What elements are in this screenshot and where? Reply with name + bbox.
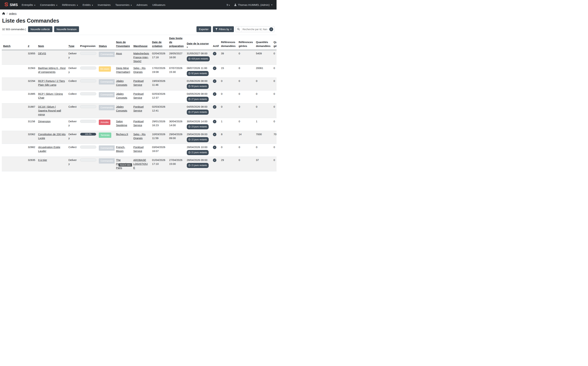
cell-deadline: 07/07/2026 15:30 <box>168 65 185 78</box>
days-remaining-badge: 27 jours restants <box>187 110 209 115</box>
column-header-active: Actif <box>211 35 220 50</box>
clock-icon <box>188 164 190 166</box>
nav-item-rfrences[interactable]: Références ▾ <box>62 3 78 6</box>
warehouse-link[interactable]: Ponktuel Service <box>133 105 144 112</box>
cell-warehouse: Ponktuel Service <box>132 171 151 172</box>
cell-course: 30/04/2026 14:0023 jours restants <box>185 118 211 131</box>
course-date: 28/04/2026 09:00 <box>187 158 210 162</box>
cell-progression <box>79 144 97 157</box>
warehouse-link[interactable]: Seko - Ris Orangis <box>133 133 146 140</box>
column-header-deadline[interactable]: Date limite de préparation <box>168 35 185 50</box>
cell-batch <box>2 118 26 131</box>
user-menu[interactable]: Thomas HUMMEL (Admin)▾ <box>234 3 272 6</box>
column-header-batch[interactable]: Batch <box>2 35 26 50</box>
user-icon <box>234 4 237 6</box>
nav-item-entits[interactable]: Entités ▾ <box>82 3 93 6</box>
new-delivery-button[interactable]: Nouvelle livraison <box>54 26 79 32</box>
cell-number: 32882 <box>26 144 37 157</box>
order-name-link[interactable]: RCP | Fortuny | 2 Tiers Plain Silk Lamp <box>38 79 65 86</box>
cell-deadline <box>168 91 185 103</box>
nav-items: Entrepôts ▾Commandes ▾Références ▾Entité… <box>22 3 227 6</box>
cell-status: Commandée <box>97 50 115 65</box>
clear-search-button[interactable]: × <box>269 27 273 31</box>
inventory-link[interactable]: French-Bloom <box>116 145 125 152</box>
inventory-link[interactable]: Jdaley Concepts <box>116 79 127 86</box>
search-input[interactable] <box>241 28 269 31</box>
cell-active: ✓ <box>211 118 220 131</box>
breadcrumb-orders-link[interactable]: orders <box>9 12 17 15</box>
cell-refs-requested: 0 <box>220 144 237 157</box>
page-title: Liste des Commandes <box>2 17 275 24</box>
brand[interactable]: SMS <box>4 2 18 7</box>
nav-item-entrepts[interactable]: Entrepôts ▾ <box>22 3 35 6</box>
export-button[interactable]: Exporter <box>196 26 211 32</box>
cell-refs-managed: 0 <box>237 144 254 157</box>
course-date: 29/04/2026 09:00 <box>187 132 210 136</box>
brand-name[interactable]: SMS <box>10 3 18 7</box>
sort-descending-icon[interactable]: ▾ <box>187 46 210 48</box>
inventory-link[interactable]: Salon Septième <box>116 120 127 127</box>
locale-dropdown[interactable]: fr▾ <box>227 3 230 6</box>
breadcrumb: / orders <box>0 9 276 15</box>
table-row: 31563Barkhan kitting 6 - Rest of compone… <box>2 65 276 78</box>
filters-dropdown-button[interactable]: Filtres by ▾ <box>213 26 234 32</box>
nav-item-taxonomies[interactable]: Taxonomies ▾ <box>115 3 132 6</box>
column-header-created[interactable]: Date de création <box>151 35 168 50</box>
warehouse-link[interactable]: Ponktuel Service <box>133 92 144 99</box>
cell-course: 28/04/2026 09:0021 jours restants <box>185 157 211 171</box>
inventory-link[interactable]: Asus <box>116 52 122 55</box>
cell-created: 19/03/2026 20:53 <box>151 171 168 172</box>
active-check-icon: ✓ <box>213 67 216 70</box>
nav-item-utilisateurs[interactable]: Utilisateurs <box>152 3 165 6</box>
column-header-status[interactable]: Status <box>97 35 115 50</box>
column-header-warehouse[interactable]: Warehouse <box>132 35 151 50</box>
warehouse-link[interactable]: Seko - Ris Orangis <box>133 67 146 73</box>
cell-created: 17/02/2026 19:08 <box>151 65 168 78</box>
cell-refs-managed: 14 <box>237 131 254 144</box>
nav-item-adresses[interactable]: Adresses <box>136 3 148 6</box>
warehouse-link[interactable]: Malesherbois France-Inter-Stock2 <box>133 52 149 63</box>
cell-refs-requested: 1 <box>220 171 237 172</box>
order-name-link[interactable]: DEVIS <box>38 52 46 55</box>
cell-qty-requested: 1 <box>254 171 272 172</box>
cell-qty-managed: 0 <box>272 50 276 65</box>
column-header-type[interactable]: Type <box>67 35 79 50</box>
cell-qty-managed: 0 <box>272 144 276 157</box>
order-name-link[interactable]: It à trier <box>38 159 47 161</box>
inventory-link[interactable]: Jdaley Concepts <box>116 105 127 112</box>
inventory-link[interactable]: Deep Mine (Harmattan) <box>116 67 130 73</box>
column-header-course[interactable]: Date de la course▾ <box>185 35 211 50</box>
order-name-link[interactable]: RCP | Sklum | Dining Chair <box>38 92 63 99</box>
order-name-link[interactable]: DC18 | Sklum | Sapeira Round wall mirror <box>38 105 61 116</box>
home-icon[interactable] <box>2 12 5 15</box>
order-name-link[interactable]: récupération Estée Lauder <box>38 145 60 152</box>
cell-warehouse: Ponktuel Service <box>132 78 151 91</box>
nav-item-commandes[interactable]: Commandes ▾ <box>40 3 57 6</box>
inventory-link[interactable]: ffechecs.fr <box>116 133 128 136</box>
warehouse-link[interactable]: Ponktuel Service <box>133 120 144 127</box>
warehouse-link[interactable]: AROBASE LOGISTIQUE <box>133 159 148 169</box>
cell-status: Commandée <box>97 157 115 171</box>
order-name-link[interactable]: Barkhan kitting 6 - Rest of components <box>38 67 66 73</box>
column-header-num[interactable]: # <box>26 35 37 50</box>
new-collect-button[interactable]: Nouvelle collecte <box>28 26 52 32</box>
cell-status: Annulée <box>97 118 115 131</box>
inventory-link[interactable]: Jdaley Concepts <box>116 92 127 99</box>
clock-icon <box>188 138 190 141</box>
order-name-link[interactable]: Dimension <box>38 120 51 123</box>
column-header-inventory[interactable]: Nom de l'inventaire <box>115 35 132 50</box>
clock-icon <box>188 72 190 75</box>
cell-course: 24/04/2026 08:0017 jours restants <box>185 171 211 172</box>
cell-type: Delivery <box>67 50 79 65</box>
clock-icon <box>188 98 190 100</box>
warehouse-link[interactable]: Ponktuel Service <box>133 79 144 86</box>
order-name-link[interactable]: Constitution de 200 kits Lycée <box>38 133 66 140</box>
cell-deadline <box>168 171 185 172</box>
cell-refs-requested: 39 <box>220 50 237 65</box>
cell-inventory: Jdaley Concepts <box>115 91 132 103</box>
days-remaining-badge: 55 jours restants <box>187 84 209 89</box>
nav-item-inventaires[interactable]: Inventaires <box>98 3 111 6</box>
column-header-nom[interactable]: Nom <box>37 35 67 50</box>
cell-created: 10/03/2026 11:59 <box>151 131 168 144</box>
warehouse-link[interactable]: Ponktuel Service <box>133 145 144 152</box>
